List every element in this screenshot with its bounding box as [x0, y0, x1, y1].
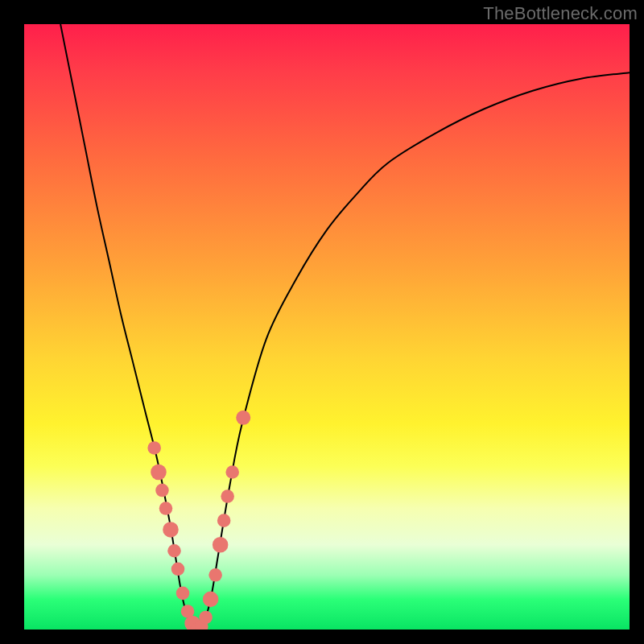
curve-marker: [221, 489, 234, 503]
curve-marker: [159, 502, 173, 515]
curve-marker: [199, 611, 213, 625]
curve-marker: [151, 464, 167, 481]
curve-marker: [171, 563, 185, 576]
curve-marker: [213, 537, 229, 553]
curve-marker: [203, 592, 219, 608]
chart-frame: TheBottleneck.com: [0, 0, 644, 644]
curve-marker: [236, 411, 250, 425]
chart-svg: [24, 24, 630, 630]
curve-marker: [217, 514, 231, 527]
curve-marker: [176, 587, 190, 601]
curve-marker: [225, 465, 239, 479]
watermark-text: TheBottleneck.com: [483, 3, 638, 24]
chart-plot-area: [24, 24, 630, 630]
curve-marker: [155, 484, 169, 497]
curve-marker: [167, 544, 181, 558]
curve-marker: [147, 441, 161, 455]
curve-marker: [163, 522, 179, 538]
curve-marker: [208, 568, 222, 582]
bottleneck-curve: [60, 24, 630, 630]
curve-markers: [147, 411, 250, 630]
